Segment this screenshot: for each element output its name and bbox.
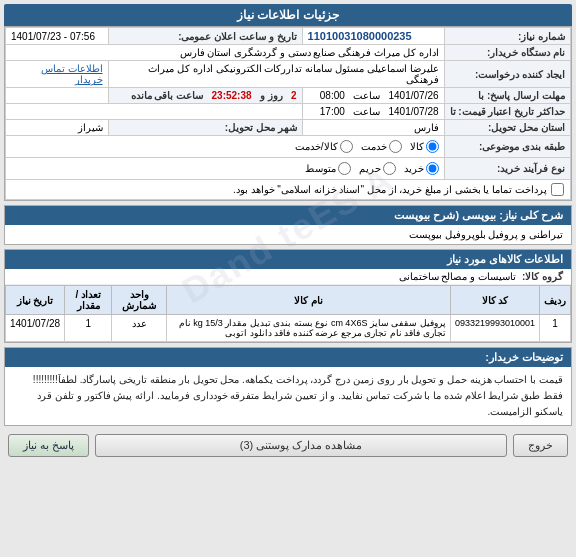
purchase-type-label: نوع فرآیند خرید: [444, 158, 570, 180]
creator-value: علیرضا اسماعیلی مسئول سامانه تداررکات ال… [108, 61, 444, 88]
number-label: شماره نیاز: [444, 28, 570, 45]
col-name: نام کالا [166, 286, 450, 315]
province-value: فارس [302, 120, 444, 136]
docs-button[interactable]: مشاهده مدارک پوستنی (3) [95, 434, 507, 457]
table-row: 1 0933219993010001 پروفیل سقفی سایز cm 4… [6, 315, 571, 342]
buyer-value-text: اداره کل میراث فرهنگی صنایع دستی و گردشگ… [180, 47, 439, 58]
purchase-type-radio-group: خرید حریم متوسط [11, 160, 439, 177]
cell-date: 1401/07/28 [6, 315, 65, 342]
send-date-value: 1401/07/26 ساعت 08:00 [302, 88, 444, 104]
goods-info-box: اطلاعات کالاهای مورد نیاز گروه کالا: تاس… [4, 249, 572, 343]
header-title: جزئیات اطلاعات نیاز [237, 8, 339, 22]
main-info-box: شماره نیاز: 11010031080000235 تاریخ و سا… [4, 26, 572, 201]
notes-title: توضیحات خریدار: [5, 348, 571, 367]
cell-unit: عدد [112, 315, 167, 342]
province-label: استان محل تحویل: [444, 120, 570, 136]
purchase-type-option-buy[interactable]: خرید [404, 162, 439, 175]
deadline-date-value: 1401/07/28 ساعت 17:00 [302, 104, 444, 120]
goods-type-options: کالا خدمت کالا/خدمت [6, 136, 445, 158]
number-value: 11010031080000235 [302, 28, 444, 45]
cell-name: پروفیل سقفی سایز cm 4X6S نوع بسته بندی ت… [166, 315, 450, 342]
goods-type-radio-group: کالا خدمت کالا/خدمت [11, 138, 439, 155]
description-box: شرح کلی نیاز: بیوپسی (شرح بیوپست تیراطنی… [4, 205, 572, 245]
info-table: شماره نیاز: 11010031080000235 تاریخ و سا… [5, 27, 571, 200]
col-qty: تعداد / مقدار [65, 286, 112, 315]
page-wrapper: جزئیات اطلاعات نیاز شماره نیاز: 11010031… [0, 0, 576, 465]
col-row: ردیف [540, 286, 571, 315]
reply-button[interactable]: پاسخ به نیاز [8, 434, 89, 457]
city-value: شیراز [6, 120, 109, 136]
goods-type-option-both[interactable]: کالا/خدمت [295, 140, 353, 153]
group-row: گروه کالا: تاسیسات و مصالح ساختمانی [5, 269, 571, 285]
days-label: 2 روز و 23:52:38 ساعت باقی مانده [108, 88, 302, 104]
col-unit: واحد شمارش [112, 286, 167, 315]
goods-type-option-khedmat[interactable]: خدمت [361, 140, 402, 153]
purchase-type-options: خرید حریم متوسط [6, 158, 445, 180]
group-value: تاسیسات و مصالح ساختمانی [399, 271, 516, 282]
payment-checkbox-cell: پرداخت تماما یا بخشی از مبلغ خرید، از مح… [6, 180, 571, 200]
cell-qty: 1 [65, 315, 112, 342]
send-date-label: مهلت ارسال پاسخ: با [444, 88, 570, 104]
creator-value-text: علیرضا اسماعیلی مسئول سامانه تداررکات ال… [148, 63, 438, 85]
goods-info-title: اطلاعات کالاهای مورد نیاز [5, 250, 571, 269]
city-label: شهر محل تحویل: [108, 120, 302, 136]
col-code: کد کالا [450, 286, 539, 315]
purchase-type-option-motavasset[interactable]: متوسط [305, 162, 351, 175]
description-title: شرح کلی نیاز: بیوپسی (شرح بیوپست [5, 206, 571, 225]
col-date: تاریخ نیاز [6, 286, 65, 315]
description-text: تیراطنی و پروفیل بلوپروفیل بیوپست [409, 229, 563, 240]
buyer-label: نام دستگاه خریدار: [444, 45, 570, 61]
goods-table: ردیف کد کالا نام کالا واحد شمارش تعداد /… [5, 285, 571, 342]
purchase-type-option-harim[interactable]: حریم [359, 162, 396, 175]
header-bar: جزئیات اطلاعات نیاز [4, 4, 572, 26]
contact-link[interactable]: اطلاعات تماس خریدار [6, 61, 109, 88]
description-content: تیراطنی و پروفیل بلوپروفیل بیوپست Dand t… [5, 225, 571, 244]
deadline-date-label: حداکثر تاریخ اعتبار قیمت: تا [444, 104, 570, 120]
cell-code: 0933219993010001 [450, 315, 539, 342]
notes-box: توضیحات خریدار: قیمت با احتساب هزینه حمل… [4, 347, 572, 426]
datetime-value: 1401/07/23 - 07:56 [6, 28, 109, 45]
exit-button[interactable]: خروج [513, 434, 568, 457]
cell-row: 1 [540, 315, 571, 342]
payment-checkbox-label[interactable]: پرداخت تماما یا بخشی از مبلغ خرید، از مح… [12, 183, 564, 196]
goods-type-label: طبقه بندی موضوعی: [444, 136, 570, 158]
creator-label: ایجاد کننده درخواست: [444, 61, 570, 88]
goods-type-option-kala[interactable]: کالا [410, 140, 439, 153]
datetime-label: تاریخ و ساعت اعلان عمومی: [108, 28, 302, 45]
payment-checkbox[interactable] [551, 183, 564, 196]
group-label: گروه کالا: [522, 271, 563, 282]
buyer-value: اداره کل میراث فرهنگی صنایع دستی و گردشگ… [6, 45, 445, 61]
notes-content: قیمت با احتساب هزینه حمل و تحویل بار روی… [5, 367, 571, 425]
bottom-bar: خروج مشاهده مدارک پوستنی (3) پاسخ به نیا… [4, 430, 572, 461]
